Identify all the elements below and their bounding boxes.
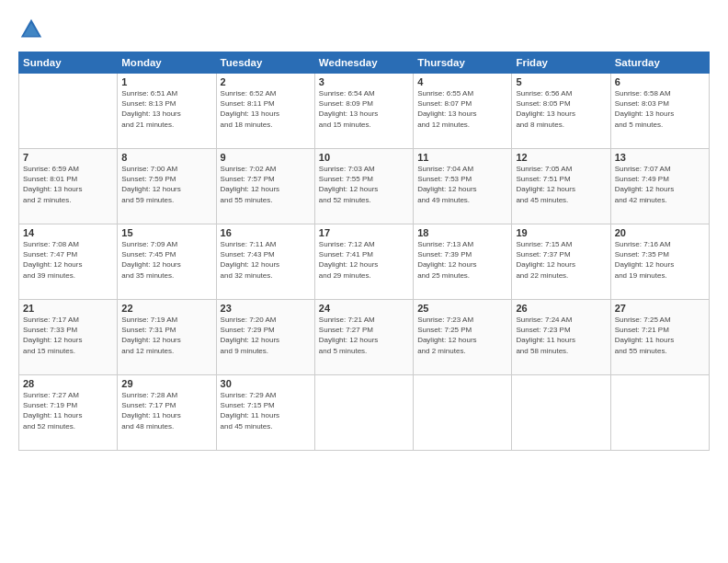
day-info: Sunrise: 7:27 AM Sunset: 7:19 PM Dayligh…	[23, 390, 113, 431]
logo-icon	[18, 17, 44, 42]
day-info: Sunrise: 7:24 AM Sunset: 7:23 PM Dayligh…	[516, 315, 606, 356]
calendar-cell: 12Sunrise: 7:05 AM Sunset: 7:51 PM Dayli…	[512, 149, 610, 224]
calendar-cell: 5Sunrise: 6:56 AM Sunset: 8:05 PM Daylig…	[512, 74, 610, 149]
header-cell-sunday: Sunday	[19, 52, 118, 74]
calendar-cell: 7Sunrise: 6:59 AM Sunset: 8:01 PM Daylig…	[19, 149, 118, 224]
page: SundayMondayTuesdayWednesdayThursdayFrid…	[0, 0, 728, 563]
calendar-cell: 9Sunrise: 7:02 AM Sunset: 7:57 PM Daylig…	[216, 149, 314, 224]
day-info: Sunrise: 7:12 AM Sunset: 7:41 PM Dayligh…	[319, 239, 409, 281]
day-info: Sunrise: 7:03 AM Sunset: 7:55 PM Dayligh…	[319, 164, 409, 205]
header	[18, 17, 710, 42]
day-number: 17	[319, 227, 409, 238]
day-number: 30	[221, 378, 311, 389]
day-number: 24	[319, 303, 409, 314]
header-cell-friday: Friday	[512, 52, 610, 74]
calendar-table: SundayMondayTuesdayWednesdayThursdayFrid…	[18, 52, 710, 451]
calendar-cell: 4Sunrise: 6:55 AM Sunset: 8:07 PM Daylig…	[414, 74, 512, 149]
day-info: Sunrise: 7:19 AM Sunset: 7:31 PM Dayligh…	[121, 315, 211, 356]
day-number: 13	[615, 152, 705, 163]
calendar-week-3: 14Sunrise: 7:08 AM Sunset: 7:47 PM Dayli…	[19, 224, 710, 300]
calendar-cell	[314, 375, 413, 451]
calendar-week-1: 1Sunrise: 6:51 AM Sunset: 8:13 PM Daylig…	[19, 74, 710, 149]
calendar-cell: 13Sunrise: 7:07 AM Sunset: 7:49 PM Dayli…	[610, 149, 709, 224]
day-info: Sunrise: 7:20 AM Sunset: 7:29 PM Dayligh…	[221, 315, 311, 356]
day-info: Sunrise: 7:16 AM Sunset: 7:35 PM Dayligh…	[615, 239, 705, 281]
day-number: 3	[319, 76, 409, 87]
day-info: Sunrise: 6:56 AM Sunset: 8:05 PM Dayligh…	[516, 88, 606, 130]
day-number: 12	[516, 152, 606, 163]
calendar-week-2: 7Sunrise: 6:59 AM Sunset: 8:01 PM Daylig…	[19, 149, 710, 224]
day-info: Sunrise: 7:28 AM Sunset: 7:17 PM Dayligh…	[121, 390, 211, 431]
day-number: 8	[121, 152, 211, 163]
calendar-cell	[414, 375, 512, 451]
day-number: 21	[23, 303, 113, 314]
calendar-cell: 6Sunrise: 6:58 AM Sunset: 8:03 PM Daylig…	[610, 74, 709, 149]
calendar-cell: 17Sunrise: 7:12 AM Sunset: 7:41 PM Dayli…	[314, 224, 413, 300]
calendar-cell: 29Sunrise: 7:28 AM Sunset: 7:17 PM Dayli…	[118, 375, 216, 451]
calendar-cell: 26Sunrise: 7:24 AM Sunset: 7:23 PM Dayli…	[512, 300, 610, 375]
day-info: Sunrise: 7:29 AM Sunset: 7:15 PM Dayligh…	[221, 390, 311, 431]
day-info: Sunrise: 7:05 AM Sunset: 7:51 PM Dayligh…	[516, 164, 606, 205]
day-info: Sunrise: 7:21 AM Sunset: 7:27 PM Dayligh…	[319, 315, 409, 356]
calendar-cell	[512, 375, 610, 451]
calendar-cell: 14Sunrise: 7:08 AM Sunset: 7:47 PM Dayli…	[19, 224, 118, 300]
day-info: Sunrise: 7:17 AM Sunset: 7:33 PM Dayligh…	[23, 315, 113, 356]
calendar-header-row: SundayMondayTuesdayWednesdayThursdayFrid…	[19, 52, 710, 74]
day-info: Sunrise: 7:00 AM Sunset: 7:59 PM Dayligh…	[121, 164, 211, 205]
day-info: Sunrise: 7:13 AM Sunset: 7:39 PM Dayligh…	[417, 239, 507, 281]
calendar-cell: 25Sunrise: 7:23 AM Sunset: 7:25 PM Dayli…	[414, 300, 512, 375]
header-cell-monday: Monday	[118, 52, 216, 74]
day-number: 23	[221, 303, 311, 314]
day-number: 2	[221, 76, 311, 87]
calendar-cell: 11Sunrise: 7:04 AM Sunset: 7:53 PM Dayli…	[414, 149, 512, 224]
calendar-cell: 18Sunrise: 7:13 AM Sunset: 7:39 PM Dayli…	[414, 224, 512, 300]
day-info: Sunrise: 7:07 AM Sunset: 7:49 PM Dayligh…	[615, 164, 705, 205]
day-number: 14	[23, 227, 113, 238]
day-number: 10	[319, 152, 409, 163]
calendar-week-5: 28Sunrise: 7:27 AM Sunset: 7:19 PM Dayli…	[19, 375, 710, 451]
calendar-cell: 23Sunrise: 7:20 AM Sunset: 7:29 PM Dayli…	[216, 300, 314, 375]
day-number: 18	[417, 227, 507, 238]
day-info: Sunrise: 7:02 AM Sunset: 7:57 PM Dayligh…	[221, 164, 311, 205]
day-number: 6	[615, 76, 705, 87]
day-info: Sunrise: 7:09 AM Sunset: 7:45 PM Dayligh…	[121, 239, 211, 281]
calendar-cell: 16Sunrise: 7:11 AM Sunset: 7:43 PM Dayli…	[216, 224, 314, 300]
day-number: 5	[516, 76, 606, 87]
day-number: 16	[221, 227, 311, 238]
day-number: 15	[121, 227, 211, 238]
day-info: Sunrise: 7:23 AM Sunset: 7:25 PM Dayligh…	[417, 315, 507, 356]
day-info: Sunrise: 6:59 AM Sunset: 8:01 PM Dayligh…	[23, 164, 113, 205]
day-number: 27	[615, 303, 705, 314]
header-cell-wednesday: Wednesday	[314, 52, 413, 74]
calendar-cell: 3Sunrise: 6:54 AM Sunset: 8:09 PM Daylig…	[314, 74, 413, 149]
day-info: Sunrise: 6:54 AM Sunset: 8:09 PM Dayligh…	[319, 88, 409, 130]
calendar-cell: 28Sunrise: 7:27 AM Sunset: 7:19 PM Dayli…	[19, 375, 118, 451]
day-info: Sunrise: 7:08 AM Sunset: 7:47 PM Dayligh…	[23, 239, 113, 281]
calendar-cell: 27Sunrise: 7:25 AM Sunset: 7:21 PM Dayli…	[610, 300, 709, 375]
day-number: 9	[221, 152, 311, 163]
day-number: 22	[121, 303, 211, 314]
day-info: Sunrise: 6:51 AM Sunset: 8:13 PM Dayligh…	[121, 88, 211, 130]
day-number: 28	[23, 378, 113, 389]
day-info: Sunrise: 6:55 AM Sunset: 8:07 PM Dayligh…	[417, 88, 507, 130]
day-number: 4	[417, 76, 507, 87]
calendar-cell: 8Sunrise: 7:00 AM Sunset: 7:59 PM Daylig…	[118, 149, 216, 224]
day-info: Sunrise: 7:15 AM Sunset: 7:37 PM Dayligh…	[516, 239, 606, 281]
day-number: 25	[417, 303, 507, 314]
day-info: Sunrise: 7:11 AM Sunset: 7:43 PM Dayligh…	[221, 239, 311, 281]
calendar-cell: 30Sunrise: 7:29 AM Sunset: 7:15 PM Dayli…	[216, 375, 314, 451]
day-number: 26	[516, 303, 606, 314]
header-cell-tuesday: Tuesday	[216, 52, 314, 74]
calendar-cell: 15Sunrise: 7:09 AM Sunset: 7:45 PM Dayli…	[118, 224, 216, 300]
calendar-cell: 2Sunrise: 6:52 AM Sunset: 8:11 PM Daylig…	[216, 74, 314, 149]
day-info: Sunrise: 7:25 AM Sunset: 7:21 PM Dayligh…	[615, 315, 705, 356]
day-number: 7	[23, 152, 113, 163]
calendar-cell: 1Sunrise: 6:51 AM Sunset: 8:13 PM Daylig…	[118, 74, 216, 149]
day-info: Sunrise: 6:52 AM Sunset: 8:11 PM Dayligh…	[221, 88, 311, 130]
calendar-cell: 21Sunrise: 7:17 AM Sunset: 7:33 PM Dayli…	[19, 300, 118, 375]
calendar-cell: 22Sunrise: 7:19 AM Sunset: 7:31 PM Dayli…	[118, 300, 216, 375]
calendar-cell: 19Sunrise: 7:15 AM Sunset: 7:37 PM Dayli…	[512, 224, 610, 300]
day-number: 19	[516, 227, 606, 238]
calendar-cell: 20Sunrise: 7:16 AM Sunset: 7:35 PM Dayli…	[610, 224, 709, 300]
day-number: 11	[417, 152, 507, 163]
